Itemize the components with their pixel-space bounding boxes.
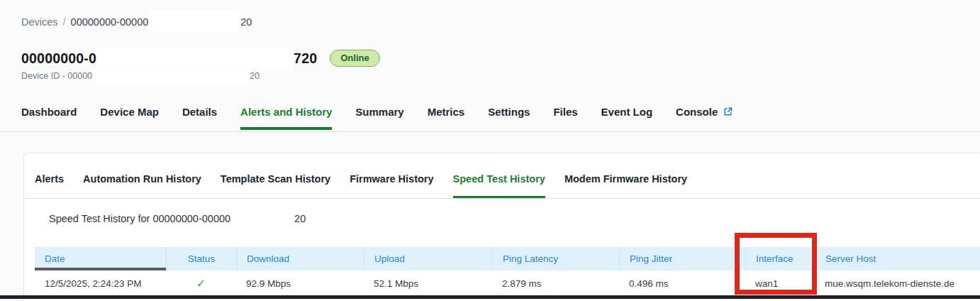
device-id-text: Device ID - 00000 bbox=[21, 71, 92, 81]
page-title-suffix: 720 bbox=[294, 50, 317, 66]
redaction-box bbox=[92, 70, 250, 82]
tab-details[interactable]: Details bbox=[182, 106, 217, 130]
subtab-modem-firmware-history[interactable]: Modem Firmware History bbox=[564, 173, 687, 198]
breadcrumb: Devices/00000000-0000020 bbox=[21, 14, 252, 31]
redaction-box bbox=[96, 48, 294, 69]
column-header-ping-latency[interactable]: Ping Latency bbox=[492, 247, 619, 270]
subtab-automation-run-history[interactable]: Automation Run History bbox=[83, 173, 201, 198]
redaction-box bbox=[148, 10, 240, 31]
cell-status: ✓ bbox=[166, 277, 236, 290]
history-sub-tab-bar: Alerts Automation Run History Template S… bbox=[24, 153, 980, 199]
subtab-speed-test-history[interactable]: Speed Test History bbox=[453, 173, 545, 198]
tab-summary[interactable]: Summary bbox=[355, 106, 403, 130]
device-id-label: Device ID - 0000020 bbox=[21, 71, 260, 82]
cell-ping-jitter: 0.496 ms bbox=[619, 278, 745, 289]
page-header: 00000000-0720Online bbox=[21, 50, 380, 69]
success-check-icon: ✓ bbox=[196, 277, 206, 290]
breadcrumb-separator: / bbox=[58, 16, 71, 28]
tab-alerts-and-history[interactable]: Alerts and History bbox=[240, 106, 332, 130]
cell-download: 92.9 Mbps bbox=[236, 278, 364, 289]
redaction-box bbox=[230, 209, 294, 225]
main-tab-bar: Dashboard Device Map Details Alerts and … bbox=[0, 99, 980, 132]
cell-ping-latency: 2.879 ms bbox=[492, 278, 619, 289]
cell-upload: 52.1 Mbps bbox=[364, 278, 492, 289]
tab-metrics[interactable]: Metrics bbox=[428, 106, 465, 130]
caption-suffix: 20 bbox=[294, 213, 306, 224]
table-header-row: Date Status Download Upload Ping Latency… bbox=[35, 247, 980, 270]
cell-date: 12/5/2025, 2:24:23 PM bbox=[35, 278, 166, 289]
cell-server-host: mue.wsqm.telekom-dienste.de bbox=[815, 278, 980, 289]
column-header-upload[interactable]: Upload bbox=[364, 247, 492, 270]
tab-files[interactable]: Files bbox=[553, 106, 577, 130]
screenshot-bottom-edge bbox=[0, 295, 980, 299]
column-header-interface[interactable]: Interface bbox=[745, 247, 815, 270]
subtab-firmware-history[interactable]: Firmware History bbox=[350, 173, 433, 198]
tab-device-map[interactable]: Device Map bbox=[100, 106, 159, 130]
alerts-history-panel: Alerts Automation Run History Template S… bbox=[23, 153, 980, 301]
tab-console-label: Console bbox=[676, 106, 718, 118]
status-badge: Online bbox=[330, 50, 379, 67]
column-header-server-host[interactable]: Server Host bbox=[815, 247, 980, 270]
caption-text: Speed Test History for 00000000-00000 bbox=[49, 213, 230, 224]
table-row[interactable]: 12/5/2025, 2:24:23 PM ✓ 92.9 Mbps 52.1 M… bbox=[35, 270, 980, 296]
breadcrumb-devices-link[interactable]: Devices bbox=[21, 16, 58, 28]
speed-test-history-caption: Speed Test History for 00000000-0000020 bbox=[49, 213, 980, 225]
speed-test-history-table: Date Status Download Upload Ping Latency… bbox=[35, 247, 980, 296]
column-header-download[interactable]: Download bbox=[236, 247, 364, 270]
column-header-status[interactable]: Status bbox=[166, 247, 236, 270]
subtab-alerts[interactable]: Alerts bbox=[35, 173, 64, 198]
column-header-ping-jitter[interactable]: Ping Jitter bbox=[619, 247, 745, 270]
breadcrumb-device-name: 00000000-00000 bbox=[71, 16, 149, 28]
tab-console[interactable]: Console bbox=[676, 106, 733, 131]
tab-settings[interactable]: Settings bbox=[488, 106, 530, 130]
subtab-template-scan-history[interactable]: Template Scan History bbox=[221, 173, 330, 198]
page-title: 00000000-0 bbox=[21, 50, 96, 66]
external-link-icon bbox=[723, 106, 733, 119]
device-id-suffix: 20 bbox=[250, 71, 260, 81]
breadcrumb-device-name-suffix: 20 bbox=[240, 16, 252, 28]
tab-event-log[interactable]: Event Log bbox=[601, 106, 653, 130]
tab-dashboard[interactable]: Dashboard bbox=[21, 106, 77, 130]
column-header-date[interactable]: Date bbox=[35, 247, 166, 270]
cell-interface: wan1 bbox=[745, 278, 815, 289]
